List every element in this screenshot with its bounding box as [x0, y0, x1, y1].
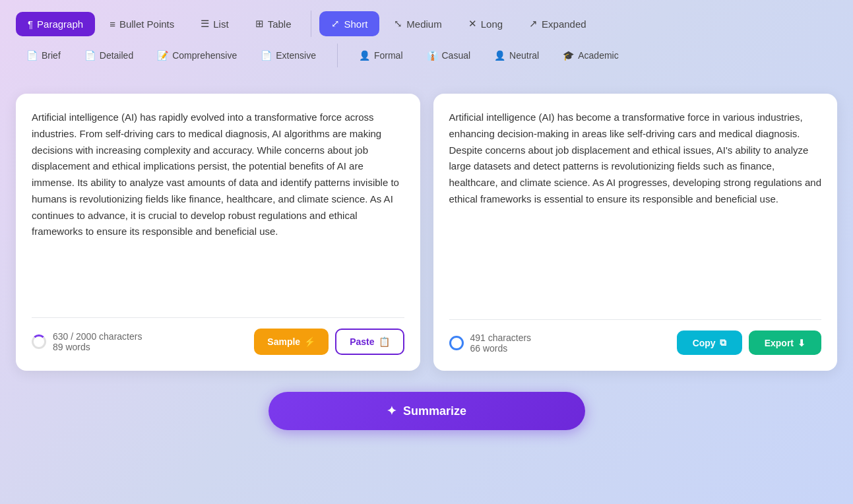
loading-spinner [32, 334, 46, 349]
table-icon: ⊞ [255, 18, 264, 30]
bullet-points-icon: ≡ [110, 18, 115, 30]
detailed-icon: 📄 [84, 50, 96, 61]
brief-icon: 📄 [26, 50, 38, 61]
expanded-icon: ↗ [529, 18, 538, 30]
list-icon: ☰ [201, 18, 209, 30]
tab-expanded[interactable]: ↗ Expanded [517, 11, 598, 36]
output-stats: 491 characters 66 words [449, 332, 532, 354]
tab-bullet-points[interactable]: ≡ Bullet Points [98, 12, 186, 36]
output-text: Artificial intelligence (AI) has become … [449, 110, 822, 306]
tab-detailed[interactable]: 📄 Detailed [74, 46, 144, 65]
summarize-label: Summarize [403, 404, 466, 418]
output-char-words: 491 characters 66 words [470, 332, 532, 354]
short-icon: ⤢ [331, 18, 340, 30]
paste-label: Paste [350, 336, 374, 347]
copy-button[interactable]: Copy ⧉ [677, 331, 742, 355]
medium-icon: ⤡ [394, 18, 402, 30]
formal-icon: 👤 [359, 50, 370, 61]
casual-icon: 👔 [427, 50, 438, 61]
format-toolbar: ¶ Paragraph ≡ Bullet Points ☰ List ⊞ Tab… [16, 11, 303, 36]
main-content: Artificial intelligence (AI) has rapidly… [0, 78, 853, 381]
copy-icon: ⧉ [720, 337, 726, 348]
tab-table[interactable]: ⊞ Table [243, 11, 303, 36]
tab-formal[interactable]: 👤 Formal [348, 46, 414, 65]
detail-toolbar: 📄 Brief 📄 Detailed 📝 Comprehensive 📄 Ext… [16, 46, 327, 65]
second-toolbar-divider [337, 44, 338, 67]
paste-button[interactable]: Paste 📋 [335, 329, 404, 355]
tab-long[interactable]: ✕ Long [457, 11, 515, 36]
paragraph-icon: ¶ [28, 18, 33, 30]
download-icon: ⬇ [798, 338, 806, 348]
output-footer: 491 characters 66 words Copy ⧉ Export ⬇ [449, 319, 822, 355]
academic-icon: 🎓 [563, 50, 574, 61]
summarize-button[interactable]: ✦ Summarize [269, 392, 585, 430]
input-text[interactable]: Artificial intelligence (AI) has rapidly… [32, 110, 404, 304]
output-word-count: 66 words [470, 343, 532, 354]
toolbar-divider [311, 11, 311, 37]
tab-brief[interactable]: 📄 Brief [16, 46, 71, 65]
neutral-icon: 👤 [494, 50, 505, 61]
tab-paragraph[interactable]: ¶ Paragraph [16, 12, 95, 36]
input-footer: 630 / 2000 characters 89 words Sample ⚡ … [32, 317, 404, 355]
tab-neutral[interactable]: 👤 Neutral [484, 46, 550, 65]
tab-casual[interactable]: 👔 Casual [416, 46, 482, 65]
tab-academic[interactable]: 🎓 Academic [552, 46, 629, 65]
export-label: Export [765, 338, 794, 348]
char-count: 630 / 2000 characters [53, 331, 142, 342]
circle-indicator [449, 336, 464, 350]
char-info: 630 / 2000 characters 89 words [32, 331, 142, 352]
sparkle-icon: ✦ [387, 404, 396, 418]
output-panel: Artificial intelligence (AI) has become … [433, 94, 838, 371]
copy-label: Copy [693, 338, 716, 348]
tab-list[interactable]: ☰ List [189, 11, 240, 36]
comprehensive-icon: 📝 [157, 50, 168, 61]
length-toolbar: ⤢ Short ⤡ Medium ✕ Long ↗ Expanded [319, 11, 598, 36]
output-actions: Copy ⧉ Export ⬇ [677, 331, 821, 355]
sample-button[interactable]: Sample ⚡ [254, 329, 329, 355]
tab-medium[interactable]: ⤡ Medium [382, 11, 453, 36]
sample-label: Sample [267, 336, 300, 347]
word-count: 89 words [53, 342, 142, 352]
tab-comprehensive[interactable]: 📝 Comprehensive [146, 46, 247, 65]
tone-toolbar: 👤 Formal 👔 Casual 👤 Neutral 🎓 Academic [348, 46, 629, 65]
tab-short[interactable]: ⤢ Short [319, 11, 379, 36]
input-actions: Sample ⚡ Paste 📋 [254, 329, 404, 355]
tab-extensive[interactable]: 📄 Extensive [250, 46, 327, 65]
export-button[interactable]: Export ⬇ [749, 331, 821, 355]
extensive-icon: 📄 [261, 50, 272, 61]
long-icon: ✕ [468, 18, 477, 30]
input-panel: Artificial intelligence (AI) has rapidly… [16, 94, 420, 371]
lightning-icon: ⚡ [304, 336, 315, 347]
summarize-bar: ✦ Summarize [0, 381, 853, 441]
clipboard-icon: 📋 [379, 336, 390, 347]
char-words: 630 / 2000 characters 89 words [53, 331, 142, 352]
output-char-count: 491 characters [470, 332, 532, 343]
